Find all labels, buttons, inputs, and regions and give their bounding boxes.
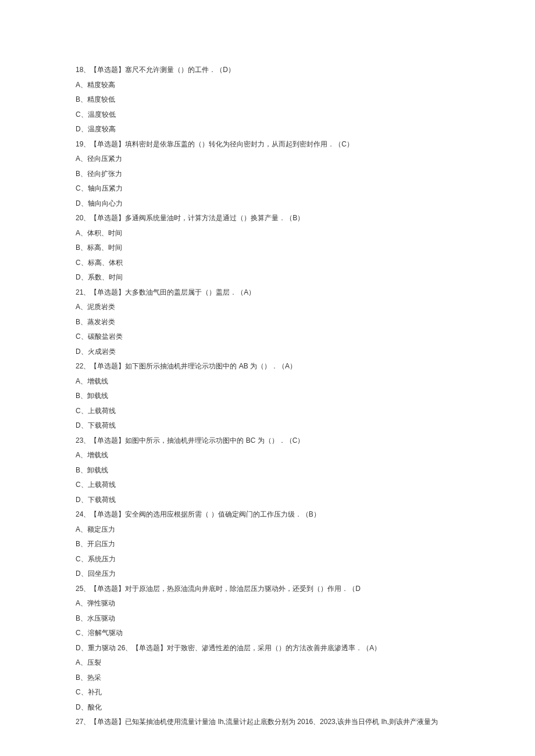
document-page: 18、【单选题】塞尺不允许测量（）的工件．（D） A、精度较高 B、精度较低 C… [0,0,535,756]
text-line: C、上载荷线 [76,404,459,419]
text-line: 27、【单选题】已知某抽油机使用流量计量油 Ih,流量计起止底数分别为 2016… [76,715,459,730]
text-line: 25、【单选题】对于原油层，热原油流向井底时，除油层压力驱动外，还受到（）作用．… [76,582,459,597]
text-line: D、回坐压力 [76,567,459,582]
text-line: C、温度较低 [76,108,459,123]
text-line: B、标高、时间 [76,241,459,256]
text-line: C、补孔 [76,685,459,700]
text-line: D、酸化 [76,700,459,715]
text-line: D、温度较高 [76,122,459,137]
text-line: A、额定压力 [76,522,459,538]
text-line: B、卸载线 [76,463,459,478]
text-line: B、开启压力 [76,537,459,552]
text-line: B、水压驱动 [76,611,459,626]
text-line: 22、【单选题】如下图所示抽油机井理论示功图中的 AB 为（）．（A） [76,359,459,374]
text-line: A、径向压紧力 [76,152,459,167]
text-line: D、系数、时间 [76,270,459,285]
text-line: A、增载线 [76,374,459,389]
text-line: C、轴向压紧力 [76,181,459,196]
text-line: D、下载荷线 [76,493,459,508]
text-line: B、卸载线 [76,389,459,404]
text-line: C、上载荷线 [76,478,459,493]
text-line: D、火成岩类 [76,345,459,360]
text-line: 18、【单选题】塞尺不允许测量（）的工件．（D） [76,63,459,78]
text-line: A、压裂 [76,655,459,671]
text-line: C、标高、体积 [76,256,459,271]
text-line: C、系统压力 [76,552,459,567]
text-line: A、增载线 [76,448,459,463]
text-line: 19、【单选题】填料密封是依靠压盖的（）转化为径向密封力，从而起到密封作用．（C… [76,137,459,152]
text-line: A、体积、时间 [76,226,459,241]
text-line: B、蒸发岩类 [76,315,459,330]
text-line: D、轴向向心力 [76,196,459,212]
text-line: 24、【单选题】安全阀的选用应根据所需（ ）值确定阀门的工作压力级．（B） [76,507,459,522]
text-line: A、弹性驱动 [76,596,459,611]
text-line: B、精度较低 [76,92,459,108]
text-line: B、径向扩张力 [76,167,459,182]
text-line: D、下载荷线 [76,418,459,433]
text-line: C、碳酸盐岩类 [76,329,459,345]
text-line: D、重力驱动 26、【单选题】对于致密、渗透性差的油层，采用（）的方法改善井底渗… [76,641,459,656]
text-line: 21、【单选题】大多数油气田的盖层属于（）盖层．（A） [76,285,459,300]
text-line: 23、【单选题】如图中所示，抽油机井理论示功图中的 BC 为（）．（C） [76,433,459,449]
text-line: A、泥质岩类 [76,300,459,315]
text-line: B、热采 [76,671,459,686]
text-line: C、溶解气驱动 [76,626,459,641]
text-line: A、精度较高 [76,78,459,93]
text-line: 20、【单选题】多通阀系统量油时，计算方法是通过（）换算产量．（B） [76,211,459,226]
